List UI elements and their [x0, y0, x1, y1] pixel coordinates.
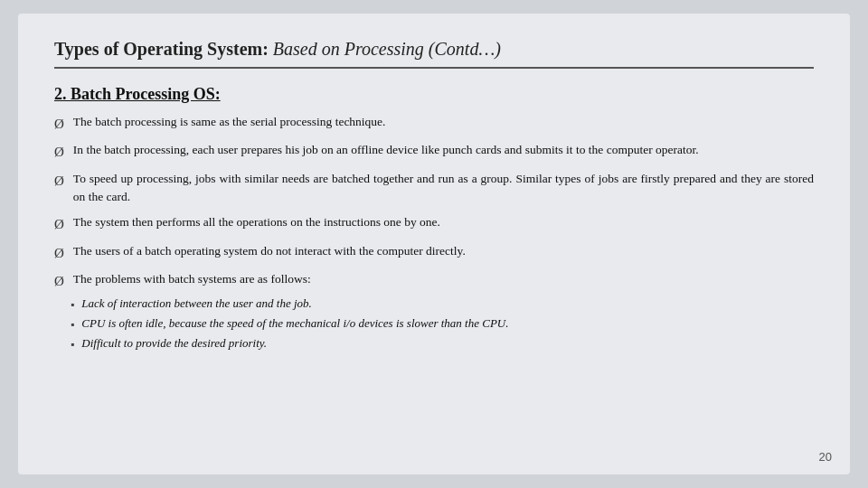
bullet-text-4: The system then performs all the operati…: [73, 213, 814, 232]
title-italic: Based on Processing (Contd…): [273, 39, 501, 59]
bullet-arrow-6: Ø: [54, 271, 64, 292]
bullet-text-6: The problems with batch systems are as f…: [73, 270, 311, 289]
title-normal: Types of Operating System:: [54, 39, 273, 59]
bullet-text-3: To speed up processing, jobs with simila…: [73, 170, 814, 208]
sub-bullet-text-3: Difficult to provide the desired priorit…: [81, 334, 508, 352]
section-heading: 2. Batch Processing OS:: [54, 85, 814, 104]
sub-bullet-item-3: ▪ Difficult to provide the desired prior…: [71, 334, 509, 352]
sub-bullet-marker-1: ▪: [71, 296, 74, 313]
bullet-arrow-5: Ø: [54, 243, 64, 264]
bullet-arrow-3: Ø: [54, 171, 64, 192]
slide: Types of Operating System: Based on Proc…: [18, 14, 850, 474]
sub-bullet-item-2: ▪ CPU is often idle, because the speed o…: [71, 314, 509, 333]
bullet-text-5: The users of a batch operating system do…: [73, 242, 814, 261]
bullet-arrow-2: Ø: [54, 142, 64, 163]
slide-title: Types of Operating System: Based on Proc…: [54, 39, 501, 59]
page-number: 20: [819, 450, 832, 464]
sub-bullet-item-1: ▪ Lack of interaction between the user a…: [71, 295, 509, 313]
bullet-item-5: Ø The users of a batch operating system …: [54, 242, 814, 264]
bullet-item-6: Ø The problems with batch systems are as…: [54, 270, 814, 352]
sub-bullet-text-2: CPU is often idle, because the speed of …: [81, 314, 508, 333]
slide-header: Types of Operating System: Based on Proc…: [54, 39, 814, 69]
bullet-item-2: Ø In the batch processing, each user pre…: [54, 141, 814, 163]
bullet-arrow-1: Ø: [54, 114, 64, 135]
sub-bullets: ▪ Lack of interaction between the user a…: [71, 295, 509, 352]
bullet-item-3: Ø To speed up processing, jobs with simi…: [54, 170, 814, 208]
sub-bullet-text-1: Lack of interaction between the user and…: [81, 295, 508, 313]
sub-bullet-marker-3: ▪: [71, 336, 74, 352]
bullet-arrow-4: Ø: [54, 214, 64, 235]
bullet-item-4: Ø The system then performs all the opera…: [54, 213, 814, 235]
bullet-item-1: Ø The batch processing is same as the se…: [54, 113, 814, 135]
bullet-text-1: The batch processing is same as the seri…: [73, 113, 814, 132]
sub-bullet-marker-2: ▪: [71, 316, 74, 333]
bullet-text-2: In the batch processing, each user prepa…: [73, 141, 814, 160]
slide-content: 2. Batch Processing OS: Ø The batch proc…: [54, 85, 814, 456]
